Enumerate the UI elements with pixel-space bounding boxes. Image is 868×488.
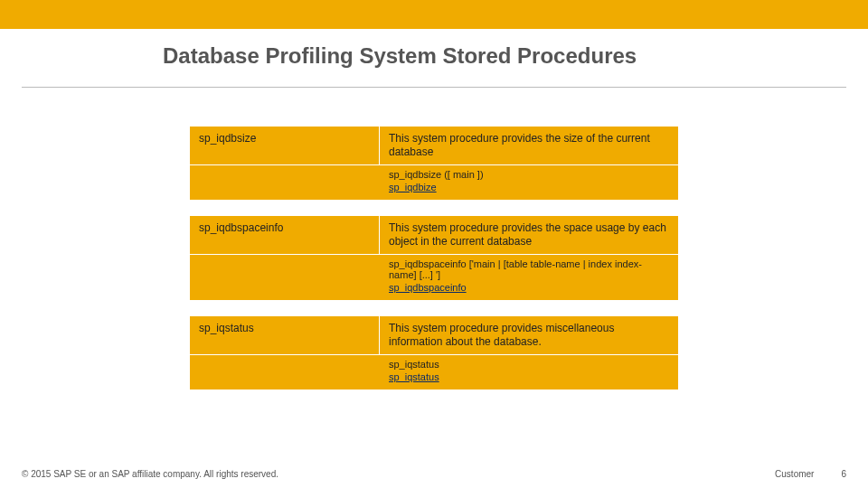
proc-desc: This system procedure provides the size … [380,127,678,164]
proc-name: sp_iqdbsize [190,127,380,164]
proc-detail: sp_iqdbspaceinfo ['main | [table table-n… [190,254,678,300]
footer: © 2015 SAP SE or an SAP affiliate compan… [22,469,846,479]
proc-link[interactable]: sp_iqdbize [389,182,437,192]
proc-detail: sp_iqdbsize ([ main ]) sp_iqdbize [190,164,678,200]
page-title: Database Profiling System Stored Procedu… [163,43,637,69]
proc-detail: sp_iqstatus sp_iqstatus [190,354,678,389]
proc-syntax: sp_iqstatus [389,359,669,370]
proc-link[interactable]: sp_iqstatus [389,371,439,382]
table-row: sp_iqdbspaceinfo This system procedure p… [190,216,678,254]
top-accent-bar [0,0,868,29]
procedures-table: sp_iqdbsize This system procedure provid… [190,127,678,389]
row-gap [190,300,678,316]
proc-desc: This system procedure provides the space… [380,216,678,254]
proc-name: sp_iqdbspaceinfo [190,216,380,254]
proc-name: sp_iqstatus [190,316,380,354]
proc-desc: This system procedure provides miscellan… [380,316,678,354]
footer-copyright: © 2015 SAP SE or an SAP affiliate compan… [22,469,278,479]
title-divider [22,87,846,88]
proc-syntax: sp_iqdbspaceinfo ['main | [table table-n… [389,258,669,280]
table-row: sp_iqdbsize This system procedure provid… [190,127,678,164]
proc-syntax: sp_iqdbsize ([ main ]) [389,169,669,180]
proc-link[interactable]: sp_iqdbspaceinfo [389,282,467,293]
footer-page: 6 [841,469,846,479]
table-row: sp_iqstatus This system procedure provid… [190,316,678,354]
footer-label: Customer [775,469,814,479]
row-gap [190,200,678,216]
